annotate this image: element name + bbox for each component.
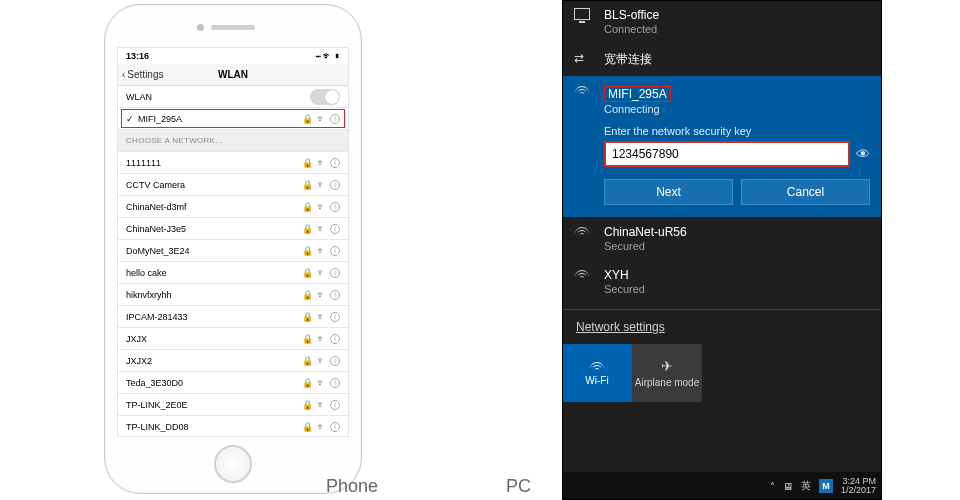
network-item-selected[interactable]: MIFI_295A Connecting Enter the network s…	[562, 76, 882, 217]
network-name: XYH	[604, 268, 870, 282]
network-row[interactable]: JXJX2🔒ᯤi	[118, 350, 348, 372]
info-icon[interactable]: i	[330, 202, 340, 212]
wifi-icon: ᯤ	[317, 334, 326, 344]
row-icons: 🔒ᯤi	[302, 268, 340, 278]
network-status: Secured	[604, 283, 870, 295]
info-icon[interactable]: i	[330, 356, 340, 366]
info-icon[interactable]: i	[330, 158, 340, 168]
network-name: BLS-office	[604, 8, 870, 22]
taskbar: ˄ 🖥 英 M 3:24 PM 1/2/2017	[562, 472, 882, 500]
wifi-tile[interactable]: Wi-Fi	[562, 344, 632, 402]
info-icon[interactable]: i	[330, 378, 340, 388]
dialup-icon: ⇄	[574, 51, 592, 65]
network-row[interactable]: ChinaNet-d3mf🔒ᯤi	[118, 196, 348, 218]
connected-network-row[interactable]: ✓ MIFI_295A 🔒 ᯤ i	[118, 108, 348, 130]
wifi-icon: ᯤ	[317, 114, 326, 124]
row-icons: 🔒ᯤi	[302, 356, 340, 366]
network-row[interactable]: TP-LINK_2E0E🔒ᯤi	[118, 394, 348, 416]
wlan-toggle-row[interactable]: WLAN	[118, 86, 348, 108]
info-icon[interactable]: i	[330, 224, 340, 234]
row-icons: 🔒ᯤi	[302, 422, 340, 432]
info-icon[interactable]: i	[330, 290, 340, 300]
network-row[interactable]: hiknvfxryhh🔒ᯤi	[118, 284, 348, 306]
network-row[interactable]: ChinaNet-J3e5🔒ᯤi	[118, 218, 348, 240]
network-ssid: TP-LINK_2E0E	[126, 400, 302, 410]
info-icon[interactable]: i	[330, 422, 340, 432]
next-button[interactable]: Next	[604, 179, 733, 205]
row-icons: 🔒ᯤi	[302, 246, 340, 256]
network-ssid: TP-LINK_DD08	[126, 422, 302, 432]
tray-clock[interactable]: 3:24 PM 1/2/2017	[841, 477, 876, 496]
lock-icon: 🔒	[302, 378, 313, 388]
network-row[interactable]: IPCAM-281433🔒ᯤi	[118, 306, 348, 328]
caption-pc: PC	[506, 476, 531, 497]
reveal-password-icon[interactable]: 👁	[856, 146, 870, 162]
security-key-row: 👁	[604, 141, 870, 167]
chevron-left-icon: ‹	[122, 69, 125, 80]
monitor-icon	[574, 8, 592, 22]
wifi-icon: ᯤ	[317, 180, 326, 190]
iphone-mockup: 13:16 ⋯ ᯤ ▮ ‹ Settings WLAN WLAN ✓ MIFI_…	[104, 4, 362, 494]
wlan-toggle[interactable]	[310, 89, 340, 105]
security-key-input[interactable]	[604, 141, 850, 167]
tray-m-icon[interactable]: M	[819, 479, 833, 493]
lock-icon: 🔒	[302, 114, 313, 124]
network-row[interactable]: Teda_3E30D0🔒ᯤi	[118, 372, 348, 394]
section-header: CHOOSE A NETWORK...	[118, 130, 348, 152]
cancel-button[interactable]: Cancel	[741, 179, 870, 205]
tray-ime[interactable]: 英	[801, 479, 811, 493]
status-right: ⋯ ᯤ ▮	[316, 51, 340, 61]
network-status: Secured	[604, 240, 870, 252]
network-row[interactable]: 1111111🔒ᯤi	[118, 152, 348, 174]
info-icon[interactable]: i	[330, 268, 340, 278]
windows-network-flyout: BLS-office Connected ⇄ 宽带连接 MIFI_295A Co…	[562, 0, 882, 500]
network-ssid: JXJX2	[126, 356, 302, 366]
wifi-icon	[589, 360, 605, 372]
button-row: Next Cancel	[604, 179, 870, 205]
network-item[interactable]: XYH Secured	[562, 260, 882, 303]
network-settings-link[interactable]: Network settings	[562, 309, 882, 344]
check-icon: ✓	[126, 114, 134, 124]
lock-icon: 🔒	[302, 246, 313, 256]
row-icons: 🔒ᯤi	[302, 400, 340, 410]
network-ssid: ChinaNet-d3mf	[126, 202, 302, 212]
home-button[interactable]	[214, 445, 252, 483]
nav-title: WLAN	[218, 69, 248, 80]
info-icon[interactable]: i	[330, 246, 340, 256]
network-row[interactable]: DoMyNet_3E24🔒ᯤi	[118, 240, 348, 262]
network-ssid: DoMyNet_3E24	[126, 246, 302, 256]
phone-screen: 13:16 ⋯ ᯤ ▮ ‹ Settings WLAN WLAN ✓ MIFI_…	[117, 47, 349, 437]
info-icon[interactable]: i	[330, 334, 340, 344]
lock-icon: 🔒	[302, 158, 313, 168]
wifi-icon: ᯤ	[317, 158, 326, 168]
lock-icon: 🔒	[302, 268, 313, 278]
back-button[interactable]: ‹ Settings	[118, 69, 163, 80]
lock-icon: 🔒	[302, 400, 313, 410]
lock-icon: 🔒	[302, 202, 313, 212]
info-icon[interactable]: i	[330, 114, 340, 124]
network-row[interactable]: hello cake🔒ᯤi	[118, 262, 348, 284]
row-icons: 🔒ᯤi	[302, 334, 340, 344]
wifi-icon: ᯤ	[317, 356, 326, 366]
airplane-tile[interactable]: ✈ Airplane mode	[632, 344, 702, 402]
row-icons: 🔒 ᯤ i	[302, 114, 340, 124]
airplane-icon: ✈	[661, 358, 673, 374]
network-ssid: JXJX	[126, 334, 302, 344]
network-row[interactable]: TP-LINK_DD08🔒ᯤi	[118, 416, 348, 437]
row-icons: 🔒ᯤi	[302, 312, 340, 322]
network-ssid: Teda_3E30D0	[126, 378, 302, 388]
network-row[interactable]: JXJX🔒ᯤi	[118, 328, 348, 350]
quick-tiles: Wi-Fi ✈ Airplane mode	[562, 344, 882, 402]
tray-up-icon[interactable]: ˄	[770, 481, 775, 492]
info-icon[interactable]: i	[330, 180, 340, 190]
tray-monitor-icon[interactable]: 🖥	[783, 481, 793, 492]
network-item-dialup[interactable]: ⇄ 宽带连接	[562, 43, 882, 76]
info-icon[interactable]: i	[330, 400, 340, 410]
info-icon[interactable]: i	[330, 312, 340, 322]
section-label: CHOOSE A NETWORK...	[126, 136, 223, 145]
network-status: Connected	[604, 23, 870, 35]
network-row[interactable]: CCTV Camera🔒ᯤi	[118, 174, 348, 196]
selected-network-name: MIFI_295A	[604, 86, 671, 102]
network-item-bls[interactable]: BLS-office Connected	[562, 0, 882, 43]
network-item[interactable]: ChinaNet-uR56 Secured	[562, 217, 882, 260]
